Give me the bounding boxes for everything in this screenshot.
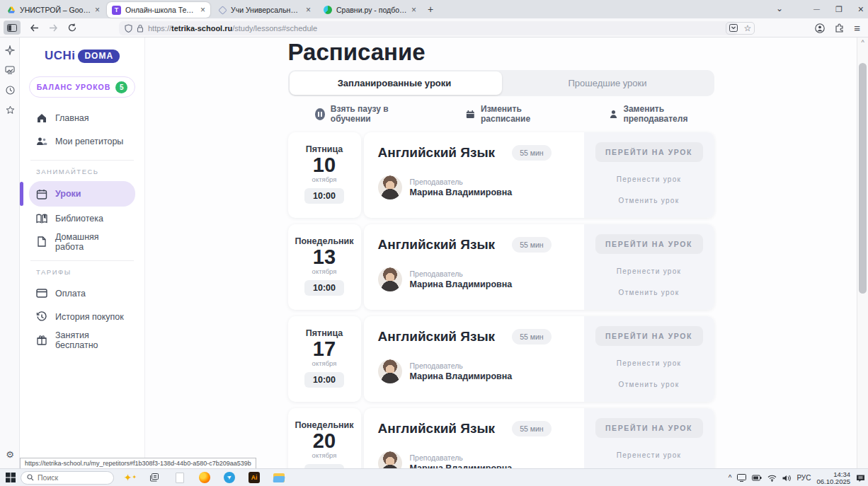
close-tab-icon[interactable]: × [411,6,416,14]
battery-icon[interactable] [752,475,762,481]
sidebar-item-label: Главная [55,113,89,123]
tab-title: УНИСТРОЙ – Google Диск [20,6,91,14]
synced-tabs-icon[interactable] [0,62,20,79]
action-label: Заменить преподавателя [623,104,714,124]
sidebar-item-lessons[interactable]: Уроки [29,181,135,207]
lesson-day: 13 [313,246,336,267]
lesson-row: Пятница 17 октября 10:00 Английский Язык… [288,316,714,402]
pause-learning-button[interactable]: Взять паузу в обучении [315,104,416,124]
sidebar-item-tutors[interactable]: Мои репетиторы [29,129,135,153]
start-button[interactable] [6,473,16,482]
sidebar-item-purchase-history[interactable]: История покупок [29,305,135,328]
join-lesson-button[interactable]: ПЕРЕЙТИ НА УРОК [595,326,703,346]
replace-teacher-button[interactable]: Заменить преподавателя [610,104,714,124]
sidebar-item-home[interactable]: Главная [29,106,135,129]
forward-button[interactable] [49,24,58,32]
divider [30,160,134,161]
lesson-day: 17 [313,338,336,359]
search-icon [27,474,34,481]
tray-expand-icon[interactable]: ^ [729,474,732,482]
tray-clock[interactable]: 14:34 06.10.2025 [816,471,850,485]
sidebar-item-free-lessons[interactable]: Занятия бесплатно [29,328,135,352]
cancel-lesson-button[interactable]: Отменить урок [619,197,680,204]
notifications-icon[interactable] [856,474,865,482]
task-view-icon[interactable] [149,471,161,484]
lesson-date-card: Пятница 17 октября 10:00 [288,316,361,402]
join-lesson-button[interactable]: ПЕРЕЙТИ НА УРОК [595,418,703,438]
scrollbar-thumb[interactable] [859,63,867,294]
save-to-pocket-icon[interactable] [729,24,738,32]
display-icon[interactable] [737,474,746,482]
library-icon [36,214,47,224]
minimize-button[interactable]: — [813,6,820,13]
lesson-actions: ПЕРЕЙТИ НА УРОК Перенести урок Отменить … [584,224,714,310]
browser-side-strip: ⚙ [0,37,20,468]
ai-chat-icon[interactable] [0,42,20,59]
lesson-month: октября [312,451,337,459]
cancel-lesson-button[interactable]: Отменить урок [619,381,680,388]
cancel-lesson-button[interactable]: Отменить урок [619,289,680,296]
sidebar-item-label: Занятия бесплатно [55,330,128,350]
section-label-tariffs: ТАРИФЫ [36,268,128,276]
lesson-date-card: Понедельник 13 октября 10:00 [288,224,361,310]
close-window-button[interactable]: × [858,4,864,15]
tab-planned-lessons[interactable]: Запланированные уроки [288,70,501,96]
telegram-icon[interactable]: ➤ [223,471,236,484]
list-tabs-icon[interactable]: ⌄ [776,4,783,13]
tutors-icon [36,137,47,146]
account-icon[interactable] [815,23,825,33]
reschedule-lesson-button[interactable]: Перенести урок [617,359,682,367]
sidebar-item-homework[interactable]: Домашняя работа [29,230,135,253]
language-indicator[interactable]: РУС [796,474,811,482]
join-lesson-button[interactable]: ПЕРЕЙТИ НА УРОК [595,234,703,254]
page-scrollbar[interactable]: ^ [857,37,868,468]
reschedule-lesson-button[interactable]: Перенести урок [617,175,682,183]
volume-icon[interactable] [782,475,791,482]
shield-icon[interactable] [125,24,132,33]
bookmarks-icon[interactable] [0,101,20,118]
new-tab-button[interactable]: + [428,4,433,15]
close-tab-icon[interactable]: × [95,6,100,14]
sidebar-settings-gear-icon[interactable]: ⚙ [0,446,20,463]
join-lesson-button[interactable]: ПЕРЕЙТИ НА УРОК [595,142,703,162]
back-button[interactable] [30,24,39,32]
uchi-doma-logo[interactable]: UCHi DOMA [29,49,135,63]
tab-google-drive[interactable]: УНИСТРОЙ – Google Диск × [1,2,105,18]
reschedule-lesson-button[interactable]: Перенести урок [617,451,682,459]
tab-past-lessons[interactable]: Прошедшие уроки [501,70,714,96]
taskbar-search[interactable] [21,471,114,485]
search-input[interactable] [38,473,101,482]
close-tab-icon[interactable]: × [306,6,311,14]
reload-button[interactable] [68,23,76,32]
scroll-up-icon[interactable]: ^ [857,39,868,46]
url-bar[interactable]: https://tetrika-school.ru/study/lessons#… [119,21,738,35]
illustrator-icon[interactable]: Ai [248,471,261,484]
sidebar-item-label: Оплата [55,289,86,299]
edit-schedule-button[interactable]: Изменить расписание [466,104,559,124]
file-explorer-icon[interactable] [273,471,285,484]
lesson-balance-button[interactable]: БАЛАНС УРОКОВ 5 [29,76,135,98]
copilot-icon[interactable]: ✦✦ [124,471,137,484]
menu-icon[interactable]: ≡ [854,22,860,34]
pause-icon [315,108,325,120]
firefox-icon[interactable] [198,471,211,484]
lesson-date-card: Понедельник 20 октября 10:00 [288,408,361,468]
restore-button[interactable]: ❐ [835,5,843,14]
teacher-avatar [378,267,402,291]
lesson-subject: Английский Язык [378,329,496,345]
sidebar-item-payment[interactable]: Оплата [29,282,135,305]
gift-icon [36,335,47,345]
reschedule-lesson-button[interactable]: Перенести урок [617,267,682,275]
bookmark-star-icon[interactable]: ☆ [743,23,751,33]
sidebar-item-library[interactable]: Библиотека [29,207,135,230]
close-tab-icon[interactable]: × [200,6,205,14]
wifi-icon[interactable] [767,475,777,482]
tab-tetrika[interactable]: Т Онлайн-школа Тетрика × [107,2,210,18]
history-icon[interactable] [0,81,20,98]
lock-icon[interactable] [137,24,144,33]
tab-sravni[interactable]: Сравни.ру - подбор и сравнен × [318,2,421,18]
notepad-icon[interactable] [173,471,186,484]
tab-uchi[interactable]: Учи Универсальный: ОС × [212,2,316,18]
extensions-icon[interactable] [835,23,844,33]
sidebar-toggle-button[interactable] [4,21,21,35]
